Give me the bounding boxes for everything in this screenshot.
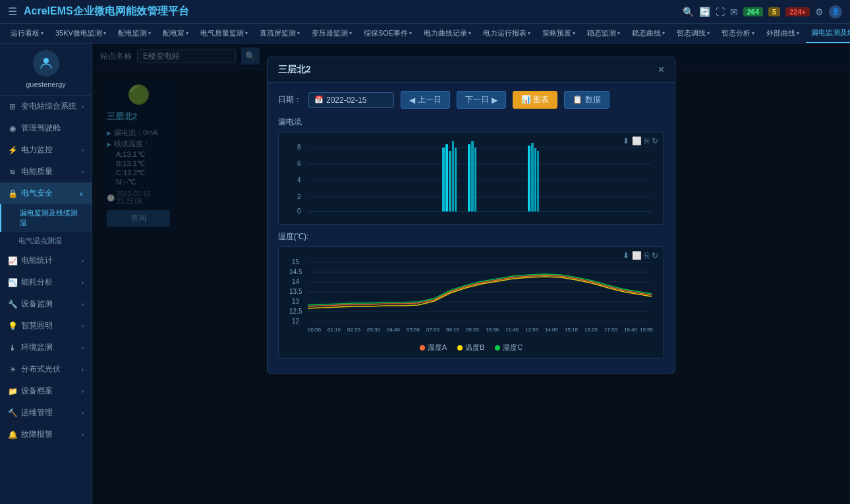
chevron-down-icon: ▾ [617, 30, 620, 36]
power-icon: ⚡ [8, 146, 17, 155]
nav-item-steady[interactable]: 稳态监测 ▾ [582, 24, 625, 43]
svg-text:14: 14 [292, 278, 300, 285]
data-tab-button[interactable]: 📋 数据 [564, 91, 609, 109]
svg-text:2: 2 [297, 193, 301, 200]
nav-item-dc[interactable]: 直流屏监测 ▾ [254, 24, 305, 43]
nav-item-leakage[interactable]: 漏电监测及线缆测温 ▾ [806, 24, 850, 43]
sidebar-item-label: 电能质量 [21, 166, 53, 177]
chevron-down-icon: ▾ [186, 30, 188, 36]
nav-label: 稳态曲线 [632, 28, 661, 38]
nav-item-soe[interactable]: 综保SOE事件 ▾ [358, 24, 417, 43]
refresh-icon[interactable]: ↻ [652, 136, 658, 146]
nav-item-transient-curve[interactable]: 暂态调线 ▾ [671, 24, 715, 43]
modal-close-button[interactable]: × [658, 64, 664, 76]
settings-icon[interactable]: ⚙ [815, 7, 824, 17]
modal: 三层北2 × 日期： 📅 2022-02-15 ◀ 上一日 [267, 57, 675, 374]
svg-rect-20 [531, 143, 534, 211]
fullscreen-icon[interactable]: ⛶ [716, 7, 725, 17]
sidebar-item-solar[interactable]: ☀ 分布式光伏 › [0, 358, 92, 380]
svg-text:01:10: 01:10 [327, 215, 341, 217]
svg-text:09:20: 09:20 [466, 215, 480, 217]
nav-item-transformer[interactable]: 变压器监测 ▾ [306, 24, 357, 43]
svg-text:12:50: 12:50 [525, 215, 539, 217]
chart-tab-button[interactable]: 📊 图表 [513, 91, 557, 109]
search-icon[interactable]: 🔍 [683, 7, 694, 17]
nav-item-quality[interactable]: 电气质量监测 ▾ [195, 24, 253, 43]
copy-icon[interactable]: ⎘ [644, 136, 649, 146]
header: ☰ AcrelEMS企业微电网能效管理平台 🔍 🔄 ⛶ ✉ 264 5 224+… [0, 0, 850, 24]
next-day-button[interactable]: 下一日 ▶ [457, 91, 506, 109]
message-icon[interactable]: ✉ [730, 7, 738, 17]
nav-item-distribution[interactable]: 配电监测 ▾ [113, 24, 156, 43]
nav-item-room[interactable]: 配电室 ▾ [157, 24, 194, 43]
refresh-icon[interactable]: ↻ [652, 251, 658, 260]
solar-icon: ☀ [8, 365, 17, 374]
nav-item-dashboard[interactable]: 运行看板 ▾ [5, 24, 49, 43]
nav-label: 策略预置 [542, 28, 571, 38]
chevron-right-icon: › [82, 388, 84, 395]
nav-item-power-curve[interactable]: 电力曲线记录 ▾ [418, 24, 476, 43]
sidebar-item-quality[interactable]: ≋ 电能质量 › [0, 161, 92, 182]
nav-label: 运行看板 [11, 28, 40, 38]
svg-text:11:40: 11:40 [505, 215, 519, 217]
sidebar-item-label: 运维管理 [21, 407, 53, 418]
calendar-icon: 📅 [314, 96, 324, 104]
chevron-down-icon: ▾ [103, 30, 106, 36]
sidebar-item-lighting[interactable]: 💡 智慧照明 › [0, 315, 92, 337]
nav-item-strategy[interactable]: 策略预置 ▾ [537, 24, 581, 43]
nav-label: 外部曲线 [766, 28, 795, 38]
maintenance-icon: 🔨 [8, 408, 17, 418]
sidebar-item-files[interactable]: 📁 设备档案 › [0, 380, 92, 402]
nav-label: 漏电监测及线缆测温 [811, 28, 850, 38]
chevron-right-icon: › [82, 301, 84, 308]
sidebar-item-energy[interactable]: 📉 能耗分析 › [0, 271, 92, 293]
sidebar-item-device[interactable]: 🔧 设备监测 › [0, 293, 92, 315]
nav-item-35kv[interactable]: 35KV微电监测 ▾ [50, 24, 111, 43]
sidebar-item-environment[interactable]: 🌡 环境监测 › [0, 337, 92, 358]
legend-label-a: 温度A [428, 343, 447, 352]
download-icon[interactable]: ⬇ [623, 136, 629, 146]
svg-rect-22 [537, 151, 539, 211]
refresh-icon[interactable]: 🔄 [699, 7, 710, 17]
svg-text:4: 4 [297, 177, 301, 184]
nav-label: 配电监测 [118, 28, 147, 38]
sidebar-item-maintenance[interactable]: 🔨 运维管理 › [0, 402, 92, 424]
sidebar-item-safety[interactable]: 🔒 电气安全 ∨ [0, 182, 92, 204]
date-input[interactable]: 📅 2022-02-15 [308, 92, 394, 108]
sidebar-item-dashboard[interactable]: ◉ 管理驾驶舱 [0, 117, 92, 139]
nav-label: 电力运行报表 [483, 28, 526, 38]
temp-chart-legend: 温度A 温度B 温度C [284, 343, 658, 352]
svg-text:17:30: 17:30 [604, 327, 618, 333]
data-icon: 📋 [573, 95, 582, 104]
avatar[interactable]: 👤 [829, 5, 842, 18]
badge-red: 224+ [785, 7, 810, 16]
prev-day-button[interactable]: ◀ 上一日 [401, 91, 450, 109]
sidebar-item-label: 设备档案 [21, 385, 53, 397]
sidebar-item-alarm[interactable]: 🔔 故障报警 › [0, 424, 92, 445]
sidebar-item-label: 电气安全 [21, 188, 53, 199]
chevron-down-icon: ▾ [797, 30, 799, 36]
sidebar: guestenergy ⊞ 变电站综合系统 › ◉ 管理驾驶舱 ⚡ 电力监控 ›… [0, 43, 92, 504]
svg-text:14.5: 14.5 [289, 268, 302, 275]
sidebar-item-stats[interactable]: 📈 电能统计 › [0, 250, 92, 271]
menu-icon[interactable]: ☰ [8, 5, 17, 18]
copy-icon[interactable]: ⎘ [644, 251, 649, 260]
chevron-right-icon: › [82, 345, 84, 351]
download-icon[interactable]: ⬇ [623, 251, 629, 260]
expand-icon[interactable]: ⬜ [632, 136, 642, 146]
svg-text:13.5: 13.5 [289, 288, 302, 295]
nav-item-power-report[interactable]: 电力运行报表 ▾ [478, 24, 536, 43]
nav-item-transient-analysis[interactable]: 暂态分析 ▾ [716, 24, 760, 43]
sidebar-item-station[interactable]: ⊞ 变电站综合系统 › [0, 96, 92, 117]
sidebar-item-power[interactable]: ⚡ 电力监控 › [0, 139, 92, 161]
nav-item-steady-curve[interactable]: 稳态曲线 ▾ [627, 24, 670, 43]
chevron-down-icon: ▾ [297, 30, 300, 36]
svg-text:12.5: 12.5 [289, 308, 302, 315]
nav-item-external[interactable]: 外部曲线 ▾ [761, 24, 805, 43]
chevron-down-icon: ▾ [409, 30, 412, 36]
sidebar-item-label: 环境监测 [21, 342, 53, 353]
expand-icon[interactable]: ⬜ [632, 251, 642, 260]
legend-label-b: 温度B [465, 343, 484, 352]
sidebar-sub-item-temperature[interactable]: 电气温点测温 [0, 232, 92, 250]
sidebar-sub-item-leakage[interactable]: 漏电监测及线缆测温 [0, 204, 92, 232]
